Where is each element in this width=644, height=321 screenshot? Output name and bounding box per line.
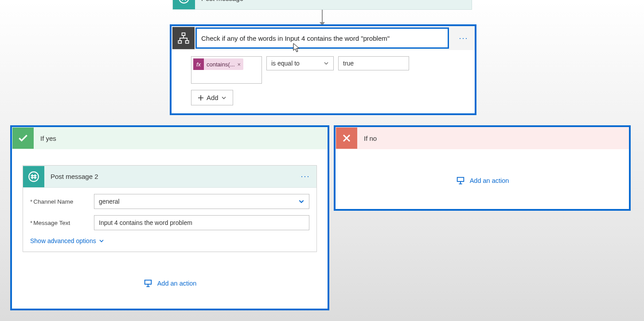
svg-point-4 [29,172,39,182]
show-advanced-options-text: Show advanced options [30,237,96,244]
hash-icon [23,166,44,187]
svg-rect-2 [178,41,181,43]
condition-value-text: true [343,60,354,67]
condition-title-input[interactable]: Check if any of the words in Input 4 con… [195,27,449,49]
condition-operator-select[interactable]: is equal to [266,56,334,70]
if-yes-header: If yes [12,127,328,149]
svg-rect-1 [182,33,185,35]
chevron-down-icon [221,95,226,101]
svg-rect-5 [144,280,151,284]
message-text-input[interactable]: Input 4 contains the word problem [94,215,309,230]
token-remove-icon[interactable]: × [238,61,241,68]
add-action-no-label: Add an action [470,177,509,184]
connector-arrow [322,10,323,25]
expression-token-text: contains(... [207,61,235,68]
channel-name-select[interactable]: general [94,194,309,209]
add-action-icon [143,278,153,288]
chevron-down-icon [298,198,304,205]
fx-icon: fx [193,58,204,70]
post-message-2-title: Post message 2 [44,173,294,180]
add-action-yes-button[interactable]: Add an action [12,278,328,288]
svg-rect-6 [457,178,464,182]
add-action-icon [456,176,465,186]
if-no-branch: If no Add an action [334,125,631,211]
condition-menu-button[interactable]: ··· [453,27,475,49]
if-no-label: If no [358,135,377,142]
expression-token[interactable]: fx contains(... × [193,58,243,70]
if-yes-label: If yes [34,135,56,142]
post-message-2-header[interactable]: Post message 2 ··· [23,166,316,188]
channel-name-value: general [99,198,120,205]
close-icon [336,128,357,149]
post-message-2-menu-button[interactable]: ··· [294,166,316,188]
channel-name-label: Channel Name [30,198,94,205]
message-text-label: Message Text [30,220,94,226]
plus-icon [198,95,204,101]
chevron-down-icon [99,238,104,244]
if-yes-branch: If yes Post message 2 ··· Channel Name g… [10,125,329,310]
condition-title-text: Check if any of the words in Input 4 con… [201,35,390,42]
chevron-down-icon [324,61,329,66]
show-advanced-options-link[interactable]: Show advanced options [30,236,104,247]
condition-operator-text: is equal to [271,60,300,67]
add-action-yes-label: Add an action [157,280,197,287]
condition-card: Check if any of the words in Input 4 con… [170,24,476,115]
svg-rect-3 [186,41,189,43]
svg-point-0 [179,0,189,3]
prev-step-title: Post message [195,0,243,2]
post-message-2-card: Post message 2 ··· Channel Name general … [23,165,317,252]
add-condition-label: Add [207,94,219,101]
hash-icon [173,0,195,9]
add-condition-button[interactable]: Add [191,90,233,105]
add-action-no-button[interactable]: Add an action [336,176,629,186]
condition-header: Check if any of the words in Input 4 con… [172,26,475,50]
if-no-header: If no [336,127,629,149]
condition-right-operand[interactable]: true [338,56,409,70]
condition-icon [172,27,195,49]
check-icon [12,128,34,149]
condition-left-operand[interactable]: fx contains(... × [191,56,262,84]
prev-step-card: Post message [172,0,472,10]
message-text-value: Input 4 contains the word problem [99,219,192,226]
